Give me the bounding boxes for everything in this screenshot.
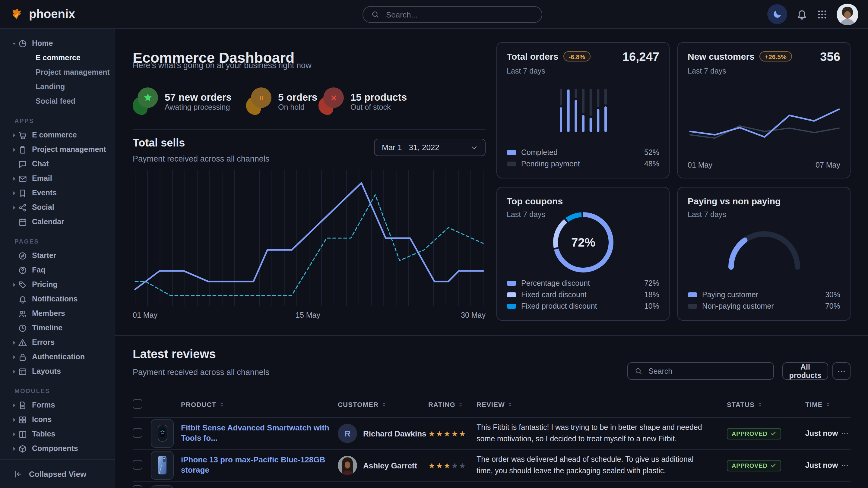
product-link[interactable]: iPhone 13 pro max-Pacific Blue-128GB sto… xyxy=(181,455,338,476)
select-all-checkbox[interactable] xyxy=(133,399,142,409)
sidebar-item-members[interactable]: Members xyxy=(0,306,115,321)
sidebar-item-tables[interactable]: Tables xyxy=(0,427,115,441)
sidebar-item-label: Pricing xyxy=(32,280,58,289)
sidebar-item-notifications[interactable]: Notifications xyxy=(0,292,115,306)
sort-icon xyxy=(458,400,463,408)
layout-icon xyxy=(18,367,27,376)
sidebar-item-calendar[interactable]: Calendar xyxy=(0,215,115,229)
sort-icon xyxy=(381,400,386,408)
column-review[interactable]: REVIEW xyxy=(476,400,718,408)
reviews-more-button[interactable] xyxy=(832,362,850,380)
grid-2x2-icon xyxy=(18,415,27,424)
sidebar-item-errors[interactable]: Errors xyxy=(0,335,115,350)
sidebar-item-home[interactable]: Home xyxy=(0,36,115,51)
x-tick: 01 May xyxy=(688,161,712,169)
sidebar-item-pricing[interactable]: Pricing xyxy=(0,277,115,292)
column-status[interactable]: STATUS xyxy=(718,400,796,408)
sidebar-item-project-management-dashboard[interactable]: Project management xyxy=(0,65,115,79)
brand-logo[interactable]: phoenix xyxy=(10,7,75,22)
sidebar-item-forms[interactable]: Forms xyxy=(0,398,115,412)
product-thumbnail[interactable] xyxy=(151,419,174,448)
sidebar-item-icons[interactable]: Icons xyxy=(0,412,115,427)
customer-photo xyxy=(338,456,357,475)
check-icon xyxy=(771,430,777,436)
stat-value: 15 products xyxy=(350,91,407,103)
legend-value: 10% xyxy=(644,302,659,310)
customer-cell[interactable]: R Richard Dawkins xyxy=(338,424,428,443)
column-time[interactable]: TIME xyxy=(796,400,838,408)
product-link[interactable]: Fitbit Sense Advanced Smartwatch with To… xyxy=(181,423,338,444)
row-actions-button[interactable] xyxy=(838,461,850,469)
sidebar-item-timeline[interactable]: Timeline xyxy=(0,321,115,335)
sidebar-item-chat[interactable]: Chat xyxy=(0,157,115,171)
sort-icon xyxy=(757,400,763,408)
card-period: Last 7 days xyxy=(507,210,545,219)
customer-cell[interactable]: Ashley Garrett xyxy=(338,456,428,475)
product-thumbnail[interactable] xyxy=(151,485,174,488)
circle-question-icon xyxy=(18,265,27,274)
search-icon xyxy=(371,10,379,19)
reviews-search[interactable] xyxy=(627,362,774,380)
date-range-select[interactable]: Mar 1 - 31, 2022 xyxy=(374,139,486,156)
sidebar-item-ecommerce-dashboard[interactable]: E commerce xyxy=(0,51,115,65)
sidebar-item-label: Layouts xyxy=(32,367,61,376)
status-badge: APPROVED xyxy=(727,428,781,439)
reviews-search-input[interactable] xyxy=(647,366,767,376)
sidebar-item-social[interactable]: Social xyxy=(0,200,115,215)
table-row: iPhone 13 pro max-Pacific Blue-128GB sto… xyxy=(133,450,850,482)
caret-right-icon xyxy=(11,431,18,437)
sidebar-item-events[interactable]: Events xyxy=(0,186,115,200)
sidebar-item-authentication[interactable]: Authentication xyxy=(0,350,115,364)
sidebar-item-faq[interactable]: Faq xyxy=(0,263,115,277)
sidebar-item-landing[interactable]: Landing xyxy=(0,79,115,94)
apps-menu-button[interactable] xyxy=(817,9,828,20)
product-thumbnail[interactable] xyxy=(151,451,174,480)
phoenix-flame-icon xyxy=(10,7,24,22)
card-title: Total orders xyxy=(507,51,558,62)
legend-swatch xyxy=(507,161,516,166)
legend-swatch xyxy=(507,303,516,308)
row-checkbox[interactable] xyxy=(133,428,142,437)
row-checkbox[interactable] xyxy=(133,485,142,488)
new-customers-line-chart xyxy=(688,93,841,165)
collapsed-view-toggle[interactable]: Collapsed View xyxy=(0,459,115,488)
legend-value: 72% xyxy=(644,279,659,287)
reviews-table: PRODUCT CUSTOMER RATING REVIEW STATUS TI… xyxy=(133,391,850,488)
legend-swatch xyxy=(507,281,516,286)
sidebar-item-social-feed[interactable]: Social feed xyxy=(0,94,115,108)
total-orders-bar-chart xyxy=(559,89,608,132)
column-product[interactable]: PRODUCT xyxy=(181,400,338,408)
user-avatar[interactable] xyxy=(837,3,858,25)
all-products-button[interactable]: All products xyxy=(782,362,828,380)
sidebar-item-components[interactable]: Components xyxy=(0,441,115,456)
column-customer[interactable]: CUSTOMER xyxy=(338,400,428,408)
legend-swatch xyxy=(688,303,697,308)
new-customers-x-axis: 01 May 07 May xyxy=(688,161,840,169)
card-title: Top coupons xyxy=(507,196,563,206)
column-rating[interactable]: RATING xyxy=(428,400,476,408)
legend-value: 18% xyxy=(644,290,659,299)
row-actions-button[interactable] xyxy=(838,429,850,437)
sidebar-item-starter[interactable]: Starter xyxy=(0,248,115,263)
sidebar-item-ecommerce[interactable]: E commerce xyxy=(0,128,115,142)
status-badge: APPROVED xyxy=(727,460,781,471)
moon-icon xyxy=(772,9,782,19)
tag-icon xyxy=(18,280,27,289)
bell-icon xyxy=(18,294,27,303)
notifications-button[interactable] xyxy=(796,8,808,20)
sidebar-item-email[interactable]: Email xyxy=(0,171,115,186)
message-icon xyxy=(18,159,27,168)
sidebar-item-layouts[interactable]: Layouts xyxy=(0,364,115,379)
global-search[interactable] xyxy=(363,6,542,23)
row-checkbox[interactable] xyxy=(133,460,142,469)
theme-toggle-button[interactable] xyxy=(767,4,787,24)
check-icon xyxy=(771,462,777,468)
sidebar-item-project-management[interactable]: Project management xyxy=(0,142,115,157)
collapse-left-icon xyxy=(14,469,23,479)
search-input[interactable] xyxy=(385,9,534,20)
caret-right-icon xyxy=(11,416,18,423)
customer-avatar: R xyxy=(338,424,357,443)
sidebar-item-label: Members xyxy=(32,309,65,318)
customer-avatar xyxy=(338,456,357,475)
stat-new-orders: 57 new ordersAwating processing xyxy=(133,88,231,115)
